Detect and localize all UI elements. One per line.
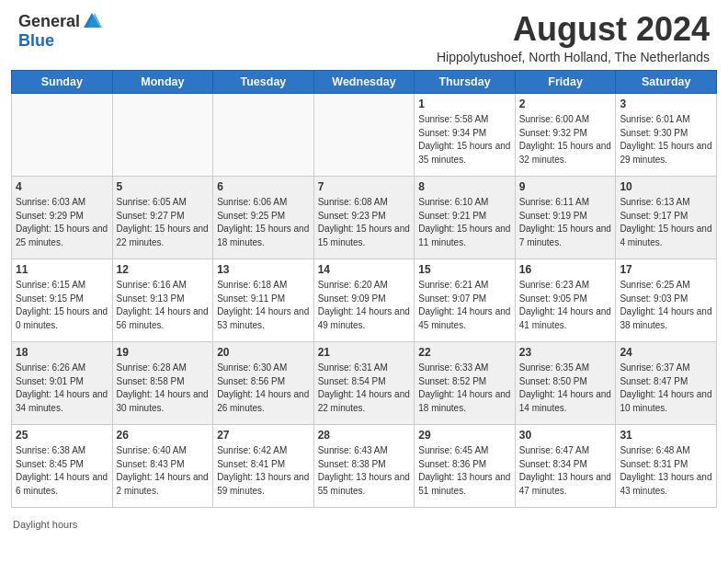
cell-info: Sunrise: 6:03 AM Sunset: 9:29 PM Dayligh… (16, 196, 108, 249)
table-row (112, 93, 213, 176)
table-row: 19Sunrise: 6:28 AM Sunset: 8:58 PM Dayli… (112, 341, 213, 424)
title-section: August 2024 Hippolytushoef, North Hollan… (437, 11, 710, 64)
table-row: 26Sunrise: 6:40 AM Sunset: 8:43 PM Dayli… (112, 424, 213, 507)
table-row: 15Sunrise: 6:21 AM Sunset: 9:07 PM Dayli… (415, 259, 516, 341)
cell-info: Sunrise: 6:30 AM Sunset: 8:56 PM Dayligh… (217, 362, 310, 415)
day-number: 23 (519, 345, 612, 361)
table-row: 1Sunrise: 5:58 AM Sunset: 9:34 PM Daylig… (415, 93, 516, 176)
day-number: 18 (16, 345, 108, 361)
cell-info: Sunrise: 6:06 AM Sunset: 9:25 PM Dayligh… (217, 196, 310, 249)
table-row (12, 93, 113, 176)
table-row: 29Sunrise: 6:45 AM Sunset: 8:36 PM Dayli… (415, 424, 516, 507)
cell-info: Sunrise: 6:42 AM Sunset: 8:41 PM Dayligh… (217, 444, 310, 498)
table-row: 23Sunrise: 6:35 AM Sunset: 8:50 PM Dayli… (515, 341, 616, 424)
cell-info: Sunrise: 6:28 AM Sunset: 8:58 PM Dayligh… (117, 362, 210, 415)
table-row: 24Sunrise: 6:37 AM Sunset: 8:47 PM Dayli… (616, 341, 717, 424)
day-number: 6 (217, 179, 310, 195)
cell-info: Sunrise: 6:47 AM Sunset: 8:34 PM Dayligh… (519, 444, 612, 498)
day-number: 12 (117, 262, 210, 278)
day-number: 15 (418, 262, 511, 278)
day-number: 20 (217, 345, 310, 361)
month-title: August 2024 (437, 11, 710, 48)
cell-info: Sunrise: 6:01 AM Sunset: 9:30 PM Dayligh… (620, 113, 712, 167)
table-row: 10Sunrise: 6:13 AM Sunset: 9:17 PM Dayli… (616, 176, 717, 259)
day-number: 9 (519, 179, 612, 195)
cell-info: Sunrise: 6:40 AM Sunset: 8:43 PM Dayligh… (117, 444, 210, 498)
page-header: General Blue August 2024 Hippolytushoef,… (0, 0, 728, 70)
day-header-tuesday: Tuesday (213, 70, 314, 93)
calendar-week-row: 4Sunrise: 6:03 AM Sunset: 9:29 PM Daylig… (12, 176, 717, 259)
table-row: 16Sunrise: 6:23 AM Sunset: 9:05 PM Dayli… (515, 259, 616, 341)
table-row: 7Sunrise: 6:08 AM Sunset: 9:23 PM Daylig… (313, 176, 415, 259)
cell-info: Sunrise: 5:58 AM Sunset: 9:34 PM Dayligh… (418, 113, 511, 167)
day-header-wednesday: Wednesday (313, 70, 415, 93)
day-number: 2 (519, 97, 612, 112)
day-number: 25 (16, 428, 108, 443)
cell-info: Sunrise: 6:48 AM Sunset: 8:31 PM Dayligh… (620, 444, 712, 498)
cell-info: Sunrise: 6:11 AM Sunset: 9:19 PM Dayligh… (519, 196, 612, 249)
day-number: 13 (217, 262, 310, 278)
cell-info: Sunrise: 6:08 AM Sunset: 9:23 PM Dayligh… (318, 196, 411, 249)
cell-info: Sunrise: 6:21 AM Sunset: 9:07 PM Dayligh… (418, 279, 511, 332)
cell-info: Sunrise: 6:00 AM Sunset: 9:32 PM Dayligh… (519, 113, 612, 167)
calendar-container: SundayMondayTuesdayWednesdayThursdayFrid… (0, 70, 728, 515)
day-header-monday: Monday (112, 70, 213, 93)
cell-info: Sunrise: 6:25 AM Sunset: 9:03 PM Dayligh… (620, 279, 712, 332)
cell-info: Sunrise: 6:38 AM Sunset: 8:45 PM Dayligh… (16, 444, 108, 498)
cell-info: Sunrise: 6:20 AM Sunset: 9:09 PM Dayligh… (318, 279, 411, 332)
day-number: 21 (318, 345, 411, 361)
day-number: 7 (318, 179, 411, 195)
table-row: 6Sunrise: 6:06 AM Sunset: 9:25 PM Daylig… (213, 176, 314, 259)
day-header-thursday: Thursday (415, 70, 516, 93)
cell-info: Sunrise: 6:10 AM Sunset: 9:21 PM Dayligh… (418, 196, 511, 249)
table-row: 30Sunrise: 6:47 AM Sunset: 8:34 PM Dayli… (515, 424, 616, 507)
day-number: 5 (117, 179, 210, 195)
calendar-week-row: 1Sunrise: 5:58 AM Sunset: 9:34 PM Daylig… (12, 93, 717, 176)
daylight-label: Daylight hours (13, 519, 77, 530)
table-row: 18Sunrise: 6:26 AM Sunset: 9:01 PM Dayli… (12, 341, 113, 424)
cell-info: Sunrise: 6:05 AM Sunset: 9:27 PM Dayligh… (117, 196, 210, 249)
day-header-row: SundayMondayTuesdayWednesdayThursdayFrid… (12, 70, 717, 93)
location-subtitle: Hippolytushoef, North Holland, The Nethe… (437, 50, 710, 64)
cell-info: Sunrise: 6:35 AM Sunset: 8:50 PM Dayligh… (519, 362, 612, 415)
table-row: 3Sunrise: 6:01 AM Sunset: 9:30 PM Daylig… (616, 93, 717, 176)
day-number: 1 (418, 97, 511, 112)
table-row: 14Sunrise: 6:20 AM Sunset: 9:09 PM Dayli… (313, 259, 415, 341)
day-number: 4 (16, 179, 108, 195)
day-number: 11 (16, 262, 108, 278)
day-number: 24 (620, 345, 712, 361)
day-header-sunday: Sunday (12, 70, 113, 93)
table-row: 9Sunrise: 6:11 AM Sunset: 9:19 PM Daylig… (515, 176, 616, 259)
day-header-friday: Friday (515, 70, 616, 93)
day-number: 28 (318, 428, 411, 443)
day-number: 19 (117, 345, 210, 361)
table-row (213, 93, 314, 176)
calendar-week-row: 18Sunrise: 6:26 AM Sunset: 9:01 PM Dayli… (12, 341, 717, 424)
logo-blue-text: Blue (18, 31, 102, 51)
table-row: 27Sunrise: 6:42 AM Sunset: 8:41 PM Dayli… (213, 424, 314, 507)
table-row: 12Sunrise: 6:16 AM Sunset: 9:13 PM Dayli… (112, 259, 213, 341)
day-number: 26 (117, 428, 210, 443)
day-number: 31 (620, 428, 712, 443)
day-number: 16 (519, 262, 612, 278)
calendar-week-row: 25Sunrise: 6:38 AM Sunset: 8:45 PM Dayli… (12, 424, 717, 507)
day-number: 17 (620, 262, 712, 278)
cell-info: Sunrise: 6:33 AM Sunset: 8:52 PM Dayligh… (418, 362, 511, 415)
cell-info: Sunrise: 6:23 AM Sunset: 9:05 PM Dayligh… (519, 279, 612, 332)
cell-info: Sunrise: 6:13 AM Sunset: 9:17 PM Dayligh… (620, 196, 712, 249)
day-number: 3 (620, 97, 712, 112)
cell-info: Sunrise: 6:37 AM Sunset: 8:47 PM Dayligh… (620, 362, 712, 415)
day-header-saturday: Saturday (616, 70, 717, 93)
logo-general-text: General (18, 12, 80, 31)
table-row: 17Sunrise: 6:25 AM Sunset: 9:03 PM Dayli… (616, 259, 717, 341)
table-row: 11Sunrise: 6:15 AM Sunset: 9:15 PM Dayli… (12, 259, 113, 341)
table-row: 8Sunrise: 6:10 AM Sunset: 9:21 PM Daylig… (415, 176, 516, 259)
day-number: 8 (418, 179, 511, 195)
table-row (313, 93, 415, 176)
day-number: 29 (418, 428, 511, 443)
table-row: 2Sunrise: 6:00 AM Sunset: 9:32 PM Daylig… (515, 93, 616, 176)
day-number: 22 (418, 345, 511, 361)
table-row: 20Sunrise: 6:30 AM Sunset: 8:56 PM Dayli… (213, 341, 314, 424)
cell-info: Sunrise: 6:15 AM Sunset: 9:15 PM Dayligh… (16, 279, 108, 332)
table-row: 5Sunrise: 6:05 AM Sunset: 9:27 PM Daylig… (112, 176, 213, 259)
